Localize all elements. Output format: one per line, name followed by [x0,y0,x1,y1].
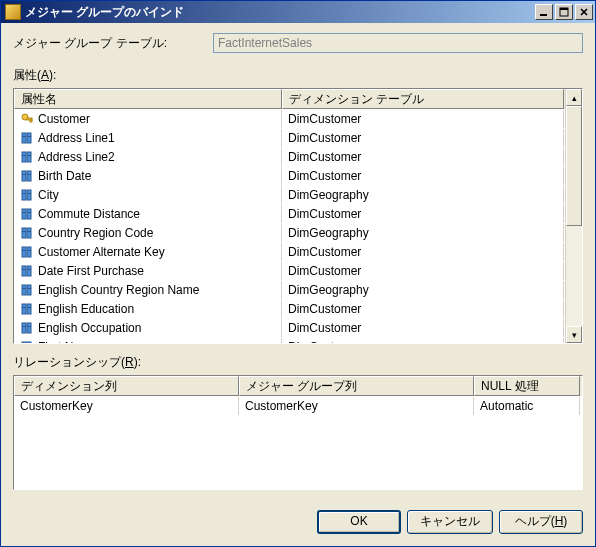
table-row[interactable]: Country Region CodeDimGeography [14,223,582,242]
attribute-name-cell[interactable]: English Occupation [14,319,282,337]
svg-rect-18 [22,174,26,175]
attribute-name: English Education [38,302,134,316]
dimension-table-cell[interactable]: DimCustomer [282,300,564,318]
dimension-table-cell[interactable]: DimCustomer [282,338,564,344]
svg-rect-19 [27,174,31,175]
dimension-table-cell[interactable]: DimCustomer [282,110,564,128]
attribute-name: City [38,188,59,202]
attributes-grid-body[interactable]: CustomerDimCustomerAddress Line1DimCusto… [14,109,582,343]
svg-rect-11 [27,136,31,137]
attribute-name-cell[interactable]: Address Line2 [14,148,282,166]
attribute-name-cell[interactable]: English Education [14,300,282,318]
svg-rect-36 [22,266,26,276]
relationship-col-nullproc[interactable]: NULL 処理 [474,376,580,396]
dimension-table-cell[interactable]: DimCustomer [282,319,564,337]
measure-group-column-cell[interactable]: CustomerKey [239,397,474,415]
help-button[interactable]: ヘルプ(H) [499,510,583,534]
svg-rect-46 [22,307,26,308]
attributes-grid-header: 属性名 ディメンション テーブル [14,89,582,109]
null-processing-cell[interactable]: Automatic [474,397,580,415]
svg-rect-38 [22,269,26,270]
window-title: メジャー グループのバインド [25,4,535,21]
table-row[interactable]: CustomerDimCustomer [14,109,582,128]
table-row[interactable]: CityDimGeography [14,185,582,204]
dimension-table-cell[interactable]: DimCustomer [282,148,564,166]
svg-rect-37 [27,266,31,276]
relationship-col-mgcol[interactable]: メジャー グループ列 [239,376,474,396]
table-row[interactable]: Birth DateDimCustomer [14,166,582,185]
attribute-name-cell[interactable]: English Country Region Name [14,281,282,299]
attributes-col-attrname[interactable]: 属性名 [14,89,282,109]
close-button[interactable] [575,4,593,20]
relationship-grid[interactable]: ディメンション列 メジャー グループ列 NULL 処理 CustomerKeyC… [13,375,583,490]
ok-button[interactable]: OK [317,510,401,534]
dimension-column-cell[interactable]: CustomerKey [14,397,239,415]
minimize-button[interactable] [535,4,553,20]
dialog-button-row: OK キャンセル ヘルプ(H) [1,500,595,546]
attribute-name: Date First Purchase [38,264,144,278]
attributes-grid[interactable]: 属性名 ディメンション テーブル CustomerDimCustomerAddr… [13,88,583,344]
svg-rect-10 [22,136,26,137]
svg-rect-12 [22,152,26,162]
svg-rect-27 [27,212,31,213]
attribute-icon [20,321,34,335]
scroll-track[interactable] [566,106,582,326]
titlebar[interactable]: メジャー グループのバインド [1,1,595,23]
dimension-table-cell[interactable]: DimCustomer [282,262,564,280]
table-row[interactable]: English EducationDimCustomer [14,299,582,318]
attribute-icon [20,188,34,202]
attribute-icon [20,226,34,240]
maximize-button[interactable] [555,4,573,20]
svg-rect-49 [27,323,31,333]
dimension-table-cell[interactable]: DimGeography [282,224,564,242]
attribute-name-cell[interactable]: Address Line1 [14,129,282,147]
attribute-name: Address Line1 [38,131,115,145]
attribute-name-cell[interactable]: Country Region Code [14,224,282,242]
attribute-name-cell[interactable]: Commute Distance [14,205,282,223]
dimension-table-cell[interactable]: DimGeography [282,186,564,204]
svg-rect-22 [22,193,26,194]
scroll-down-button[interactable]: ▾ [566,326,582,343]
table-row[interactable]: Address Line1DimCustomer [14,128,582,147]
attribute-name: Customer Alternate Key [38,245,165,259]
table-row[interactable]: Address Line2DimCustomer [14,147,582,166]
table-row[interactable]: First NameDimCustomer [14,337,582,343]
svg-rect-24 [22,209,26,219]
attribute-name-cell[interactable]: Date First Purchase [14,262,282,280]
attributes-col-dimtable[interactable]: ディメンション テーブル [282,89,564,109]
relationship-grid-body[interactable]: CustomerKeyCustomerKeyAutomatic [14,396,582,489]
relationship-col-dimcol[interactable]: ディメンション列 [14,376,239,396]
scroll-thumb[interactable] [566,106,582,226]
attribute-icon [20,340,34,344]
table-row[interactable]: English OccupationDimCustomer [14,318,582,337]
cancel-button[interactable]: キャンセル [407,510,493,534]
dimension-table-cell[interactable]: DimCustomer [282,129,564,147]
svg-rect-9 [27,133,31,143]
table-row[interactable]: CustomerKeyCustomerKeyAutomatic [14,396,582,415]
dimension-table-cell[interactable]: DimGeography [282,281,564,299]
attribute-name-cell[interactable]: First Name [14,338,282,344]
attribute-name-cell[interactable]: Customer [14,110,282,128]
svg-rect-33 [27,247,31,257]
svg-rect-25 [27,209,31,219]
svg-rect-16 [22,171,26,181]
attribute-name-cell[interactable]: Birth Date [14,167,282,185]
table-row[interactable]: Commute DistanceDimCustomer [14,204,582,223]
attribute-icon [20,207,34,221]
table-row[interactable]: Customer Alternate KeyDimCustomer [14,242,582,261]
attribute-name-cell[interactable]: City [14,186,282,204]
svg-rect-29 [27,228,31,238]
svg-rect-50 [22,326,26,327]
vertical-scrollbar[interactable]: ▴ ▾ [565,89,582,343]
table-row[interactable]: English Country Region NameDimGeography [14,280,582,299]
svg-rect-2 [560,8,568,10]
attribute-name: First Name [38,340,97,344]
dimension-table-cell[interactable]: DimCustomer [282,243,564,261]
attribute-name-cell[interactable]: Customer Alternate Key [14,243,282,261]
table-row[interactable]: Date First PurchaseDimCustomer [14,261,582,280]
dimension-table-cell[interactable]: DimCustomer [282,205,564,223]
dimension-table-cell[interactable]: DimCustomer [282,167,564,185]
svg-rect-44 [22,304,26,314]
svg-rect-28 [22,228,26,238]
scroll-up-button[interactable]: ▴ [566,89,582,106]
